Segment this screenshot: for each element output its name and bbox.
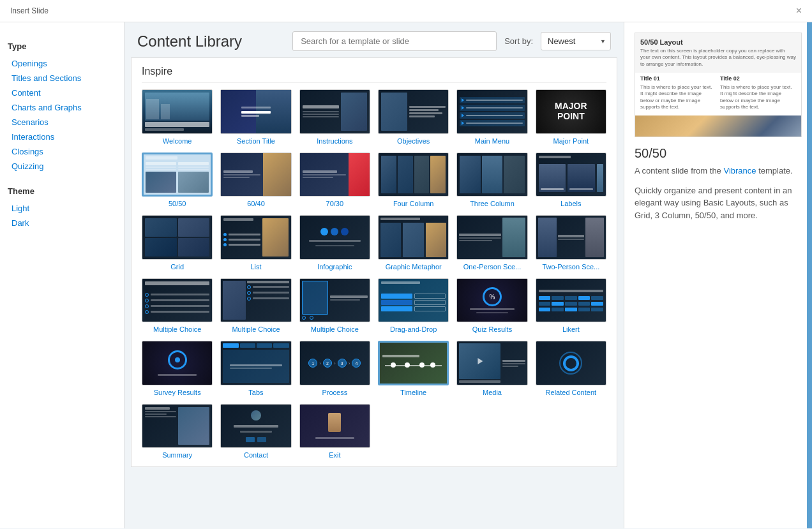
slide-item-timeline[interactable]: Timeline (378, 341, 449, 396)
dialog-title: Insert Slide (10, 6, 49, 15)
slide-label-infographic: Infographic (317, 263, 352, 271)
sidebar-item-light[interactable]: Light (8, 201, 116, 216)
slide-label-graphic-metaphor: Graphic Metaphor (386, 263, 442, 271)
slide-item-survey-results[interactable]: Survey Results (142, 341, 213, 396)
top-bar: Content Library Sort by: Newest Oldest A… (124, 22, 624, 57)
slide-label-labels: Labels (560, 200, 581, 207)
detail-template-ref: A content slide from the Vibrance templa… (635, 166, 802, 175)
sort-select[interactable]: Newest Oldest A-Z Z-A (541, 32, 611, 50)
slide-item-drag-and-drop[interactable]: Drag-and-Drop (378, 278, 449, 334)
slide-item-three-column[interactable]: Three Column (456, 153, 527, 208)
slide-item-four-column[interactable]: Four Column (378, 153, 449, 208)
slide-item-6040[interactable]: 60/40 (220, 153, 291, 208)
top-bar-right: Sort by: Newest Oldest A-Z Z-A (292, 31, 611, 51)
gallery-section: Inspire Welcome (131, 57, 617, 467)
sidebar-item-interactions[interactable]: Interactions (8, 130, 116, 144)
slide-label-survey-results: Survey Results (154, 389, 201, 396)
detail-title: 50/50 (635, 146, 802, 161)
detail-preview-col1-title: Title 01 (640, 75, 716, 83)
slide-item-multiple-choice-1[interactable]: Multiple Choice (142, 278, 213, 334)
detail-preview-body: Title 01 This is where to place your tex… (635, 73, 801, 115)
slide-item-graphic-metaphor[interactable]: Graphic Metaphor (378, 215, 449, 271)
detail-template-link[interactable]: Vibrance (723, 166, 756, 175)
slide-item-major-point[interactable]: MAJORPOINT Major Point (536, 89, 606, 145)
slide-item-labels[interactable]: Labels (536, 153, 606, 208)
slide-label-main-menu: Main Menu (475, 137, 509, 145)
slide-item-tabs[interactable]: Tabs (220, 341, 291, 396)
slide-item-multiple-choice-3[interactable]: Multiple Choice (299, 278, 370, 334)
slide-label-objectives: Objectives (397, 137, 430, 145)
detail-preview-image (635, 115, 801, 137)
detail-preview-top: 50/50 Layout The text on this screen is … (635, 33, 801, 73)
slide-item-objectives[interactable]: Objectives (378, 89, 449, 145)
slide-label-7030: 70/30 (326, 200, 344, 207)
page-title: Content Library (137, 33, 242, 50)
close-icon[interactable]: × (796, 5, 802, 17)
slide-item-welcome[interactable]: Welcome (142, 89, 213, 145)
slide-label-three-column: Three Column (470, 200, 515, 207)
slide-label-multiple-choice-2: Multiple Choice (232, 325, 280, 333)
slide-label-timeline: Timeline (400, 389, 426, 396)
detail-preview-col1: Title 01 This is where to place your tex… (640, 75, 716, 110)
slide-item-one-person-scenario[interactable]: One-Person Sce... (456, 215, 527, 271)
sidebar-item-closings[interactable]: Closings (8, 144, 116, 159)
slide-item-two-person-scenario[interactable]: Two-Person Sce... (536, 215, 606, 271)
slide-label-multiple-choice-3: Multiple Choice (311, 325, 359, 333)
sidebar: Type Openings Titles and Sections Conten… (0, 22, 124, 528)
slide-label-drag-and-drop: Drag-and-Drop (390, 325, 437, 333)
detail-accent-bar (807, 22, 812, 528)
slide-item-quiz-results[interactable]: % Quiz Results (456, 278, 527, 334)
slide-item-related-content[interactable]: Related Content (536, 341, 606, 396)
slide-item-multiple-choice-2[interactable]: Multiple Choice (220, 278, 291, 334)
slide-item-contact[interactable]: Contact (220, 404, 291, 459)
slide-label-four-column: Four Column (393, 200, 434, 207)
slide-label-contact: Contact (244, 451, 268, 459)
search-input[interactable] (292, 31, 497, 51)
slide-item-grid[interactable]: Grid (142, 215, 213, 271)
slide-label-instructions: Instructions (317, 137, 352, 145)
sidebar-item-openings[interactable]: Openings (8, 56, 116, 71)
gallery-section-label: Inspire (142, 66, 606, 83)
theme-section-title: Theme (8, 186, 116, 196)
sidebar-item-charts-graphs[interactable]: Charts and Graphs (8, 100, 116, 115)
slide-item-section-title[interactable]: Section Title (220, 89, 291, 145)
sidebar-item-scenarios[interactable]: Scenarios (8, 115, 116, 130)
slide-item-infographic[interactable]: Infographic (299, 215, 370, 271)
detail-panel-inner: 50/50 Layout The text on this screen is … (624, 22, 812, 232)
slide-label-5050: 50/50 (169, 200, 186, 207)
slide-label-tabs: Tabs (248, 389, 263, 396)
dialog-header: Insert Slide × (0, 0, 812, 22)
slide-label-quiz-results: Quiz Results (472, 325, 512, 333)
slide-item-summary[interactable]: Summary (142, 404, 213, 459)
detail-preview-title: 50/50 Layout (640, 38, 796, 46)
slide-label-related-content: Related Content (546, 389, 597, 396)
slide-label-process: Process (322, 389, 347, 396)
slide-item-process[interactable]: 1 › 2 › 3 › 4 Process (299, 341, 370, 396)
detail-template-suffix: template. (758, 166, 792, 175)
detail-preview-col1-text: This is where to place your text. It mig… (640, 84, 716, 111)
slide-item-5050[interactable]: 50/50 (142, 153, 213, 208)
slide-label-exit: Exit (329, 451, 340, 459)
slide-label-grid: Grid (170, 263, 184, 271)
slide-item-7030[interactable]: 70/30 (299, 153, 370, 208)
sort-label: Sort by: (504, 36, 533, 46)
detail-panel: 50/50 Layout The text on this screen is … (624, 22, 812, 528)
content-area[interactable]: Content Library Sort by: Newest Oldest A… (124, 22, 624, 528)
sidebar-item-quizzing[interactable]: Quizzing (8, 159, 116, 174)
slide-item-instructions[interactable]: Instructions (299, 89, 370, 145)
type-section-title: Type (8, 41, 116, 51)
slide-item-main-menu[interactable]: Main Menu (456, 89, 527, 145)
slide-item-list[interactable]: List (220, 215, 291, 271)
slide-label-media: Media (483, 389, 502, 396)
sidebar-item-titles-sections[interactable]: Titles and Sections (8, 71, 116, 86)
slide-label-welcome: Welcome (163, 137, 192, 145)
slide-item-exit[interactable]: Exit (299, 404, 370, 459)
sidebar-item-dark[interactable]: Dark (8, 216, 116, 230)
slide-item-media[interactable]: Media (456, 341, 527, 396)
slide-label-list: List (250, 263, 261, 271)
slide-label-summary: Summary (162, 451, 192, 459)
slide-label-two-person: Two-Person Sce... (542, 263, 599, 271)
slide-item-likert[interactable]: Likert (536, 278, 606, 334)
detail-description: Quickly organize and present content in … (635, 184, 802, 222)
sidebar-item-content[interactable]: Content (8, 86, 116, 100)
